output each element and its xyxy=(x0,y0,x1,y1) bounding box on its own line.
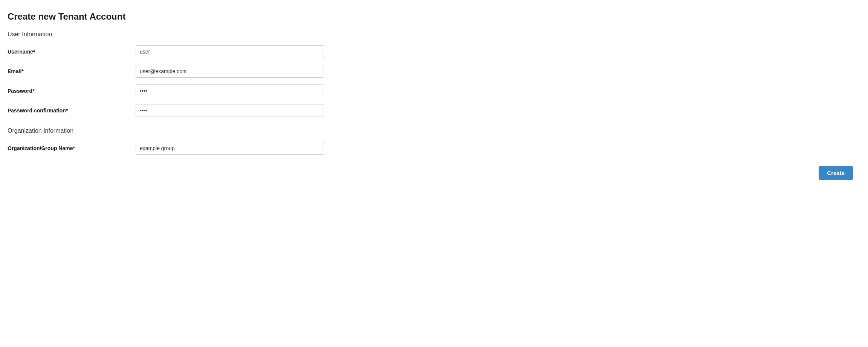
org-name-label: Organization/Group Name* xyxy=(8,145,136,151)
button-row: Create xyxy=(8,166,860,180)
org-section-title: Organization Information xyxy=(8,127,860,134)
org-information-section: Organization Information Organization/Gr… xyxy=(8,127,860,155)
password-confirmation-input[interactable] xyxy=(136,104,324,117)
username-input[interactable] xyxy=(136,45,324,58)
email-label: Email* xyxy=(8,68,136,74)
org-name-input[interactable] xyxy=(136,142,324,155)
create-button[interactable]: Create xyxy=(819,166,853,180)
username-label: Username* xyxy=(8,49,136,55)
password-input[interactable] xyxy=(136,84,324,97)
password-label: Password* xyxy=(8,88,136,94)
email-row: Email* xyxy=(8,65,860,78)
password-confirmation-label: Password confirmation* xyxy=(8,107,136,114)
password-row: Password* xyxy=(8,84,860,97)
user-section-title: User Information xyxy=(8,31,860,38)
email-input[interactable] xyxy=(136,65,324,78)
password-confirmation-row: Password confirmation* xyxy=(8,104,860,117)
page-title: Create new Tenant Account xyxy=(8,11,860,22)
user-information-section: User Information Username* Email* Passwo… xyxy=(8,31,860,117)
username-row: Username* xyxy=(8,45,860,58)
org-name-row: Organization/Group Name* xyxy=(8,142,860,155)
